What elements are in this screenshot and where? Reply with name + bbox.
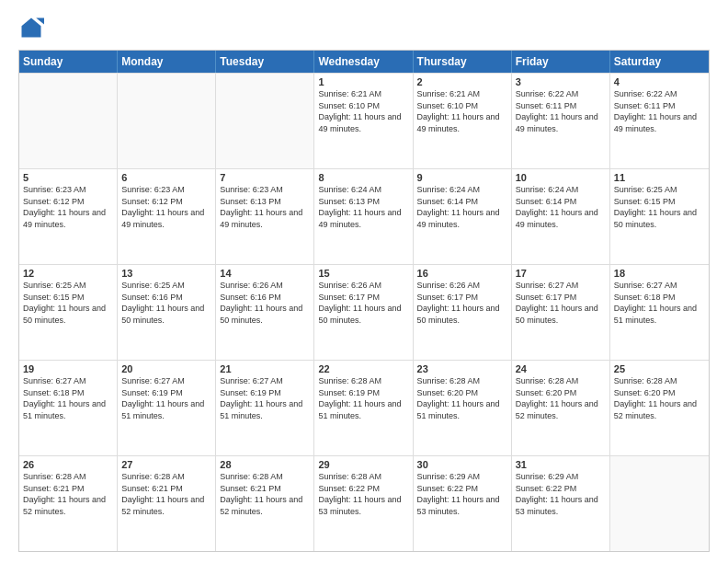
day-number: 17	[516, 268, 606, 279]
day-cell-21: 21Sunrise: 6:27 AM Sunset: 6:19 PM Dayli…	[216, 361, 314, 455]
day-number: 10	[516, 172, 606, 183]
day-info: Sunrise: 6:27 AM Sunset: 6:18 PM Dayligh…	[614, 280, 705, 326]
day-cell-11: 11Sunrise: 6:25 AM Sunset: 6:15 PM Dayli…	[610, 169, 709, 264]
day-number: 3	[516, 76, 606, 87]
day-cell-empty	[216, 74, 314, 168]
day-info: Sunrise: 6:28 AM Sunset: 6:21 PM Dayligh…	[220, 471, 310, 517]
day-info: Sunrise: 6:24 AM Sunset: 6:14 PM Dayligh…	[417, 184, 507, 230]
day-number: 20	[121, 363, 211, 374]
day-info: Sunrise: 6:28 AM Sunset: 6:20 PM Dayligh…	[516, 375, 606, 421]
day-info: Sunrise: 6:24 AM Sunset: 6:13 PM Dayligh…	[318, 184, 408, 230]
day-cell-14: 14Sunrise: 6:26 AM Sunset: 6:16 PM Dayli…	[216, 265, 314, 360]
col-header-sunday: Sunday	[19, 51, 118, 73]
day-cell-27: 27Sunrise: 6:28 AM Sunset: 6:21 PM Dayli…	[118, 456, 216, 551]
day-cell-15: 15Sunrise: 6:26 AM Sunset: 6:17 PM Dayli…	[314, 265, 413, 360]
day-info: Sunrise: 6:27 AM Sunset: 6:19 PM Dayligh…	[121, 375, 211, 421]
day-cell-empty	[19, 74, 118, 168]
calendar-week-3: 12Sunrise: 6:25 AM Sunset: 6:15 PM Dayli…	[19, 264, 709, 360]
day-cell-31: 31Sunrise: 6:29 AM Sunset: 6:22 PM Dayli…	[512, 456, 610, 551]
day-number: 24	[516, 363, 606, 374]
day-info: Sunrise: 6:26 AM Sunset: 6:17 PM Dayligh…	[318, 280, 408, 326]
day-cell-28: 28Sunrise: 6:28 AM Sunset: 6:21 PM Dayli…	[216, 456, 314, 551]
day-cell-17: 17Sunrise: 6:27 AM Sunset: 6:17 PM Dayli…	[512, 265, 610, 360]
day-info: Sunrise: 6:25 AM Sunset: 6:15 PM Dayligh…	[614, 184, 705, 230]
day-cell-30: 30Sunrise: 6:29 AM Sunset: 6:22 PM Dayli…	[414, 456, 512, 551]
svg-marker-0	[22, 18, 41, 38]
day-info: Sunrise: 6:29 AM Sunset: 6:22 PM Dayligh…	[417, 471, 507, 517]
day-cell-16: 16Sunrise: 6:26 AM Sunset: 6:17 PM Dayli…	[414, 265, 512, 360]
logo	[18, 15, 48, 40]
day-info: Sunrise: 6:25 AM Sunset: 6:15 PM Dayligh…	[23, 280, 113, 326]
day-info: Sunrise: 6:26 AM Sunset: 6:16 PM Dayligh…	[220, 280, 310, 326]
day-cell-25: 25Sunrise: 6:28 AM Sunset: 6:20 PM Dayli…	[610, 361, 709, 455]
day-number: 8	[318, 172, 408, 183]
day-cell-22: 22Sunrise: 6:28 AM Sunset: 6:19 PM Dayli…	[314, 361, 413, 455]
day-number: 19	[23, 363, 113, 374]
day-info: Sunrise: 6:28 AM Sunset: 6:19 PM Dayligh…	[318, 375, 408, 421]
day-number: 12	[23, 268, 113, 279]
day-number: 4	[614, 76, 705, 87]
day-info: Sunrise: 6:28 AM Sunset: 6:21 PM Dayligh…	[121, 471, 211, 517]
col-header-friday: Friday	[512, 51, 610, 73]
day-info: Sunrise: 6:27 AM Sunset: 6:18 PM Dayligh…	[23, 375, 113, 421]
day-cell-9: 9Sunrise: 6:24 AM Sunset: 6:14 PM Daylig…	[414, 169, 512, 264]
calendar-header-row: SundayMondayTuesdayWednesdayThursdayFrid…	[19, 51, 709, 73]
day-cell-29: 29Sunrise: 6:28 AM Sunset: 6:22 PM Dayli…	[314, 456, 413, 551]
day-cell-13: 13Sunrise: 6:25 AM Sunset: 6:16 PM Dayli…	[118, 265, 216, 360]
day-number: 29	[318, 459, 408, 470]
calendar-week-4: 19Sunrise: 6:27 AM Sunset: 6:18 PM Dayli…	[19, 360, 709, 455]
day-info: Sunrise: 6:29 AM Sunset: 6:22 PM Dayligh…	[516, 471, 606, 517]
day-cell-1: 1Sunrise: 6:21 AM Sunset: 6:10 PM Daylig…	[314, 74, 413, 168]
calendar-week-5: 26Sunrise: 6:28 AM Sunset: 6:21 PM Dayli…	[19, 455, 709, 551]
day-cell-7: 7Sunrise: 6:23 AM Sunset: 6:13 PM Daylig…	[216, 169, 314, 264]
day-cell-6: 6Sunrise: 6:23 AM Sunset: 6:12 PM Daylig…	[118, 169, 216, 264]
logo-icon	[18, 15, 44, 40]
day-number: 11	[614, 172, 705, 183]
day-number: 25	[614, 363, 705, 374]
day-info: Sunrise: 6:24 AM Sunset: 6:14 PM Dayligh…	[516, 184, 606, 230]
day-cell-18: 18Sunrise: 6:27 AM Sunset: 6:18 PM Dayli…	[610, 265, 709, 360]
day-number: 6	[121, 172, 211, 183]
day-info: Sunrise: 6:28 AM Sunset: 6:20 PM Dayligh…	[614, 375, 705, 421]
col-header-tuesday: Tuesday	[216, 51, 314, 73]
col-header-thursday: Thursday	[414, 51, 512, 73]
day-number: 30	[417, 459, 507, 470]
day-info: Sunrise: 6:23 AM Sunset: 6:13 PM Dayligh…	[220, 184, 310, 230]
day-info: Sunrise: 6:22 AM Sunset: 6:11 PM Dayligh…	[614, 88, 705, 134]
day-number: 2	[417, 76, 507, 87]
day-number: 14	[220, 268, 310, 279]
col-header-wednesday: Wednesday	[314, 51, 413, 73]
day-cell-12: 12Sunrise: 6:25 AM Sunset: 6:15 PM Dayli…	[19, 265, 118, 360]
day-cell-5: 5Sunrise: 6:23 AM Sunset: 6:12 PM Daylig…	[19, 169, 118, 264]
day-number: 18	[614, 268, 705, 279]
day-cell-3: 3Sunrise: 6:22 AM Sunset: 6:11 PM Daylig…	[512, 74, 610, 168]
day-info: Sunrise: 6:22 AM Sunset: 6:11 PM Dayligh…	[516, 88, 606, 134]
day-cell-2: 2Sunrise: 6:21 AM Sunset: 6:10 PM Daylig…	[414, 74, 512, 168]
page: SundayMondayTuesdayWednesdayThursdayFrid…	[0, 0, 728, 563]
header	[18, 15, 710, 40]
day-number: 5	[23, 172, 113, 183]
day-number: 23	[417, 363, 507, 374]
day-cell-4: 4Sunrise: 6:22 AM Sunset: 6:11 PM Daylig…	[610, 74, 709, 168]
day-info: Sunrise: 6:21 AM Sunset: 6:10 PM Dayligh…	[318, 88, 408, 134]
day-cell-24: 24Sunrise: 6:28 AM Sunset: 6:20 PM Dayli…	[512, 361, 610, 455]
day-number: 27	[121, 459, 211, 470]
day-number: 21	[220, 363, 310, 374]
day-cell-empty	[610, 456, 709, 551]
day-info: Sunrise: 6:21 AM Sunset: 6:10 PM Dayligh…	[417, 88, 507, 134]
day-number: 15	[318, 268, 408, 279]
day-number: 13	[121, 268, 211, 279]
day-cell-26: 26Sunrise: 6:28 AM Sunset: 6:21 PM Dayli…	[19, 456, 118, 551]
day-number: 31	[516, 459, 606, 470]
day-info: Sunrise: 6:26 AM Sunset: 6:17 PM Dayligh…	[417, 280, 507, 326]
day-info: Sunrise: 6:28 AM Sunset: 6:22 PM Dayligh…	[318, 471, 408, 517]
day-info: Sunrise: 6:27 AM Sunset: 6:17 PM Dayligh…	[516, 280, 606, 326]
day-number: 22	[318, 363, 408, 374]
day-info: Sunrise: 6:28 AM Sunset: 6:20 PM Dayligh…	[417, 375, 507, 421]
day-info: Sunrise: 6:27 AM Sunset: 6:19 PM Dayligh…	[220, 375, 310, 421]
day-number: 26	[23, 459, 113, 470]
day-info: Sunrise: 6:25 AM Sunset: 6:16 PM Dayligh…	[121, 280, 211, 326]
day-number: 1	[318, 76, 408, 87]
day-number: 7	[220, 172, 310, 183]
day-cell-empty	[118, 74, 216, 168]
